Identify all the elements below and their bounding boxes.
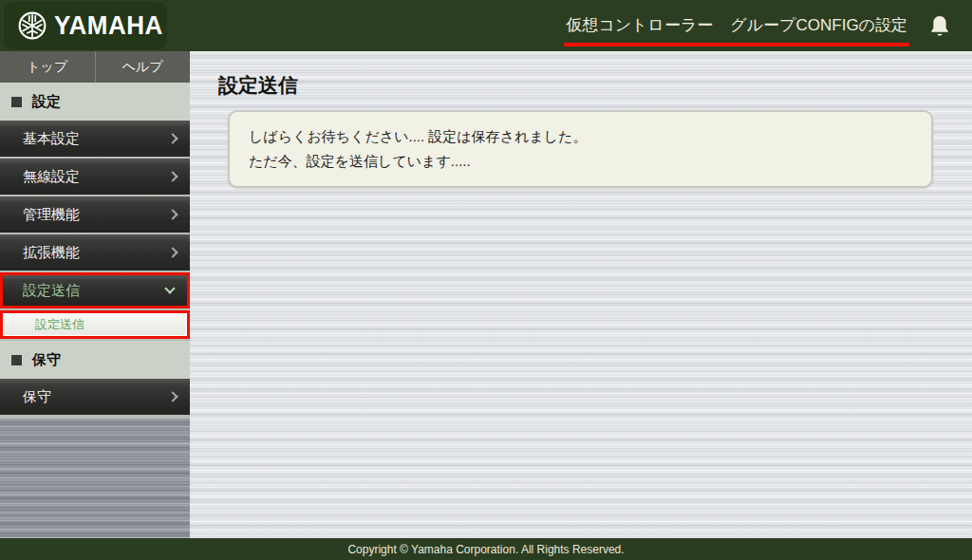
footer-bar: Copyright © Yamaha Corporation. All Righ… xyxy=(0,538,972,560)
sidebar-tabs: トップ ヘルプ xyxy=(0,51,190,83)
bell-icon[interactable] xyxy=(926,13,953,40)
tab-help[interactable]: ヘルプ xyxy=(96,51,191,83)
tab-top[interactable]: トップ xyxy=(0,51,96,83)
sidebar-item-basic-settings[interactable]: 基本設定 xyxy=(0,121,190,157)
main-content: 設定送信 しばらくお待ちください.... 設定は保存されました。 ただ今、設定を… xyxy=(190,51,972,538)
sidebar-subitem-config-send[interactable]: 設定送信 xyxy=(0,310,190,339)
top-header-bar: YAMAHA 仮想コントローラー グループCONFIGの設定 xyxy=(0,0,972,51)
menu-item-label: 保守 xyxy=(23,388,169,406)
status-message-line2: ただ今、設定を送信しています..... xyxy=(249,149,912,174)
sidebar-section-maintenance: 保守 xyxy=(0,341,190,379)
page-title: 設定送信 xyxy=(218,72,972,99)
nav-link-virtual-controller[interactable]: 仮想コントローラー xyxy=(566,14,713,36)
sidebar-item-extended-functions[interactable]: 拡張機能 xyxy=(0,234,190,271)
nav-red-underline xyxy=(564,43,909,47)
copyright-text: Copyright © Yamaha Corporation. All Righ… xyxy=(347,543,624,556)
section-label: 設定 xyxy=(32,93,61,111)
sidebar-item-management-functions[interactable]: 管理機能 xyxy=(0,196,190,233)
square-bullet-icon xyxy=(11,97,22,107)
menu-item-label: 設定送信 xyxy=(23,282,166,300)
header-nav: 仮想コントローラー グループCONFIGの設定 xyxy=(566,0,907,51)
submenu-item-label: 設定送信 xyxy=(35,316,84,333)
chevron-right-icon xyxy=(167,171,178,181)
status-message-box: しばらくお待ちください.... 設定は保存されました。 ただ今、設定を送信してい… xyxy=(228,110,933,188)
menu-item-label: 拡張機能 xyxy=(23,244,169,262)
sidebar: トップ ヘルプ 設定 基本設定 無線設定 管理機能 拡張機能 設定送信 設定 xyxy=(0,51,190,538)
header-nav-links: 仮想コントローラー グループCONFIGの設定 xyxy=(566,14,907,38)
yamaha-tuning-forks-icon xyxy=(17,10,47,41)
sidebar-section-settings: 設定 xyxy=(0,83,190,121)
chevron-right-icon xyxy=(167,391,178,401)
chevron-down-icon xyxy=(164,283,175,293)
menu-item-label: 管理機能 xyxy=(23,206,169,224)
chevron-right-icon xyxy=(167,209,178,219)
square-bullet-icon xyxy=(11,355,22,365)
sidebar-item-maintenance[interactable]: 保守 xyxy=(0,379,190,415)
menu-item-label: 無線設定 xyxy=(23,168,169,186)
brand-text: YAMAHA xyxy=(54,12,163,38)
sidebar-item-config-send[interactable]: 設定送信 xyxy=(0,272,190,308)
menu-item-label: 基本設定 xyxy=(23,130,169,148)
sidebar-filler-texture xyxy=(0,418,190,538)
chevron-right-icon xyxy=(167,247,178,257)
sidebar-item-wireless-settings[interactable]: 無線設定 xyxy=(0,159,190,195)
section-label: 保守 xyxy=(32,351,61,369)
page: YAMAHA 仮想コントローラー グループCONFIGの設定 トップ ヘルプ 設… xyxy=(0,0,972,560)
status-message-line1: しばらくお待ちください.... 設定は保存されました。 xyxy=(249,124,912,149)
yamaha-logo: YAMAHA xyxy=(17,0,163,51)
chevron-right-icon xyxy=(167,133,178,143)
nav-link-group-config[interactable]: グループCONFIGの設定 xyxy=(730,14,907,36)
